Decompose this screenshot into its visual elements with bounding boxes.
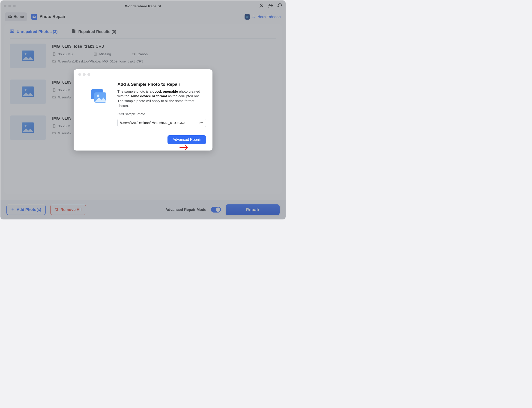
advanced-repair-button[interactable]: Advanced Repair [167, 135, 206, 144]
modal-maximize-button[interactable] [87, 73, 90, 76]
modal-description: The sample photo is a good, openable pho… [117, 89, 206, 108]
modal-overlay: Add a Sample Photo to Repair The sample … [0, 0, 286, 220]
modal-close-button[interactable] [78, 73, 81, 76]
modal-window-controls [78, 73, 208, 76]
browse-folder-button[interactable] [199, 121, 203, 125]
sample-photo-icon [89, 82, 108, 144]
app-window: Wondershare Repairit Home Photo Repair [0, 0, 286, 220]
svg-point-24 [97, 94, 99, 97]
sample-path-field[interactable] [117, 119, 206, 127]
sample-path-input[interactable] [120, 121, 199, 125]
folder-open-icon [199, 121, 203, 125]
modal-minimize-button[interactable] [83, 73, 86, 76]
sample-photo-modal: Add a Sample Photo to Repair The sample … [74, 69, 212, 151]
modal-title: Add a Sample Photo to Repair [117, 82, 206, 87]
sample-photo-label: CR3 Sample Photo [117, 112, 206, 116]
